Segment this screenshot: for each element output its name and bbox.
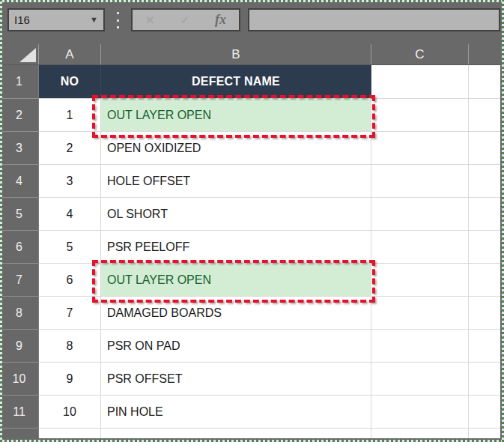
formula-bar-input[interactable] <box>248 8 500 31</box>
row-header[interactable]: 8 <box>0 297 39 330</box>
row-header[interactable]: 6 <box>0 231 39 264</box>
cell-c-empty[interactable] <box>371 99 469 132</box>
row-header[interactable]: 10 <box>0 363 39 396</box>
cell-c-empty[interactable] <box>371 264 469 297</box>
select-all-triangle-icon <box>19 48 36 62</box>
screenshot-border-left <box>0 0 2 442</box>
enter-icon[interactable]: ✓ <box>180 13 189 27</box>
cell-c-empty[interactable] <box>371 198 469 231</box>
row-header[interactable]: 7 <box>0 264 39 297</box>
cell-c-empty[interactable] <box>371 363 469 396</box>
name-box-value: I16 <box>14 13 30 26</box>
highlight-dashed-border <box>92 95 375 138</box>
row-header[interactable]: 4 <box>0 165 39 198</box>
header-cell-no[interactable]: NO <box>39 65 101 99</box>
row-header[interactable]: 11 <box>0 396 39 429</box>
cell-c-empty[interactable] <box>371 297 469 330</box>
cell-c-empty[interactable] <box>371 330 469 363</box>
screenshot-border-top <box>0 0 504 2</box>
row-header[interactable]: 3 <box>0 132 39 165</box>
cell-no[interactable]: 10 <box>39 396 101 429</box>
cell-d1-partial <box>469 65 500 99</box>
cell-d-partial <box>469 99 500 132</box>
cell-no[interactable]: 5 <box>39 231 101 264</box>
dot-icon <box>117 26 119 28</box>
row-header-1[interactable]: 1 <box>0 65 39 99</box>
cell-defect-name[interactable]: PSR ON PAD <box>101 330 371 363</box>
cell-a12-partial[interactable] <box>39 429 101 438</box>
chevron-down-icon[interactable]: ▼ <box>90 16 98 24</box>
cancel-icon[interactable]: ✕ <box>145 13 155 27</box>
cell-c1[interactable] <box>371 65 469 99</box>
table-row: 9 8 PSR ON PAD <box>0 330 500 363</box>
table-row: 5 4 OL SHORT <box>0 198 500 231</box>
excel-window: I16 ▼ ✕ ✓ fx A B C 1 NO DEFECT NAME <box>0 0 504 442</box>
row-header[interactable]: 5 <box>0 198 39 231</box>
cell-d-partial <box>469 231 500 264</box>
table-row: 6 5 PSR PEELOFF <box>0 231 500 264</box>
column-header-b[interactable]: B <box>101 44 371 64</box>
table-row: 10 9 PSR OFFSET <box>0 363 500 396</box>
cell-d-partial <box>469 297 500 330</box>
formula-button-group: ✕ ✓ fx <box>131 8 240 31</box>
cell-defect-name[interactable]: PSR PEELOFF <box>101 231 371 264</box>
column-header-a[interactable]: A <box>39 44 101 64</box>
cell-no[interactable]: 3 <box>39 165 101 198</box>
cell-d-partial <box>469 264 500 297</box>
row-header-12-partial[interactable] <box>0 429 39 438</box>
name-box[interactable]: I16 ▼ <box>7 8 105 31</box>
table-row: 4 3 HOLE OFFSET <box>0 165 500 198</box>
cell-d-partial <box>469 165 500 198</box>
cell-no[interactable]: 8 <box>39 330 101 363</box>
cell-d-partial <box>469 198 500 231</box>
row-header[interactable]: 2 <box>0 99 39 132</box>
cell-c-empty[interactable] <box>371 396 469 429</box>
cell-defect-name[interactable]: OL SHORT <box>101 198 371 231</box>
partial-row-12 <box>0 429 500 438</box>
toolbar-drag-handle[interactable] <box>114 12 121 28</box>
table-header-row: 1 NO DEFECT NAME <box>0 65 500 99</box>
cell-d-partial <box>469 396 500 429</box>
column-headers: A B C <box>0 44 500 65</box>
dot-icon <box>117 12 119 14</box>
cell-defect-name[interactable]: HOLE OFFSET <box>101 165 371 198</box>
header-cell-defect-name[interactable]: DEFECT NAME <box>101 65 371 99</box>
cell-c-empty[interactable] <box>371 132 469 165</box>
column-header-partial <box>469 44 500 64</box>
formula-toolbar: I16 ▼ ✕ ✓ fx <box>0 0 504 44</box>
column-header-c[interactable]: C <box>371 44 469 64</box>
row-header[interactable]: 9 <box>0 330 39 363</box>
cell-no[interactable]: 9 <box>39 363 101 396</box>
cell-defect-name[interactable]: PSR OFFSET <box>101 363 371 396</box>
dot-icon <box>117 19 119 22</box>
table-row: 11 10 PIN HOLE <box>0 396 500 429</box>
cell-defect-name[interactable]: PIN HOLE <box>101 396 371 429</box>
cell-d-partial <box>469 330 500 363</box>
cell-d-partial <box>469 363 500 396</box>
cell-no[interactable]: 4 <box>39 198 101 231</box>
cell-d-partial <box>469 132 500 165</box>
cell-b12-partial[interactable] <box>101 429 371 438</box>
insert-function-icon[interactable]: fx <box>215 12 226 28</box>
cell-c-empty[interactable] <box>371 165 469 198</box>
select-all-button[interactable] <box>0 44 39 64</box>
cell-c-empty[interactable] <box>371 231 469 264</box>
highlight-dashed-border <box>92 260 375 303</box>
cell-d12-partial <box>469 429 500 438</box>
cell-c12-partial[interactable] <box>371 429 469 438</box>
